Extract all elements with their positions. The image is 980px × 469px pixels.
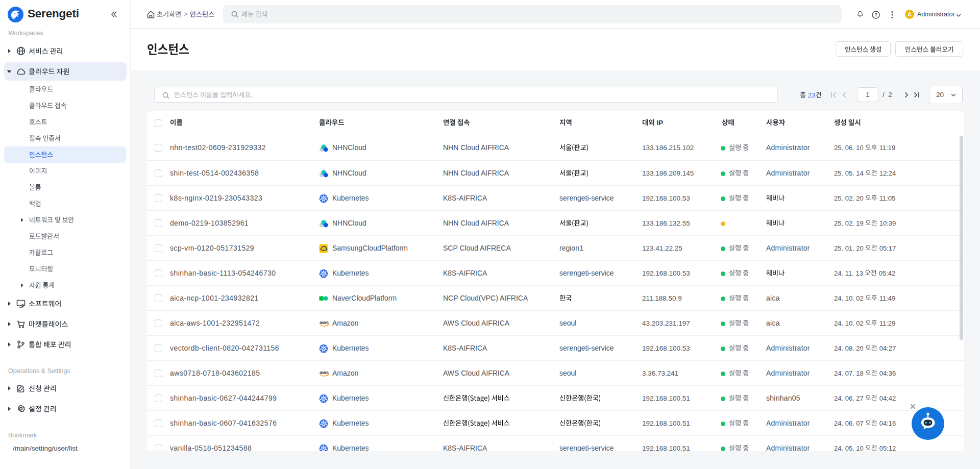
svg-text:?: ? — [874, 12, 877, 17]
svg-text:aws: aws — [320, 369, 329, 375]
svg-text:aws: aws — [320, 319, 329, 325]
